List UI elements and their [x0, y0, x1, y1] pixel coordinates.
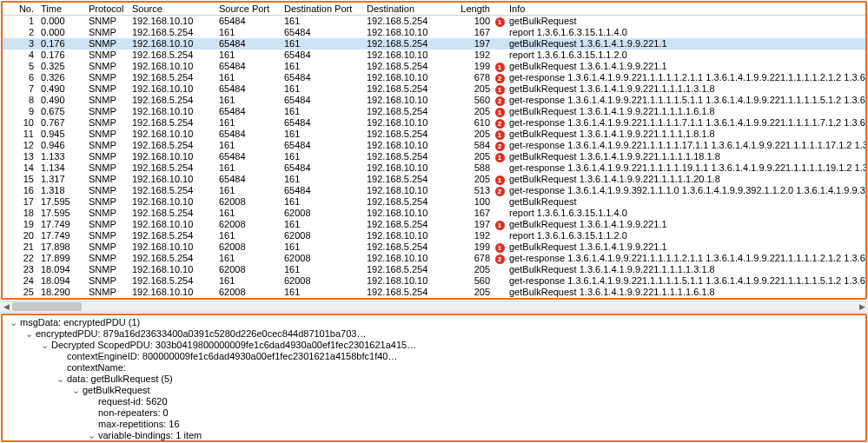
col-time[interactable]: Time — [37, 3, 85, 16]
tree-node[interactable]: ⌄1.3.6.1.4.1.9.9.221.1: Value (Null) — [6, 441, 862, 442]
expert-badge-icon: 2 — [495, 255, 505, 264]
table-row[interactable]: 2418.094SNMP192.168.5.25416162008192.168… — [3, 275, 865, 287]
table-row[interactable]: 90.675SNMP192.168.10.1065484161192.168.5… — [3, 106, 865, 117]
col-prot[interactable]: Protocol — [85, 3, 129, 16]
cell: 2 — [3, 27, 37, 38]
tree-node[interactable]: ⌄Decrypted ScopedPDU: 303b0419800000009f… — [6, 340, 862, 351]
table-row[interactable]: 100.767SNMP192.168.5.25416165484192.168.… — [3, 117, 865, 129]
cell: 17.898 — [37, 241, 85, 253]
cell: 192.168.5.254 — [129, 230, 215, 241]
tree-node[interactable]: ⌄data: getBulkRequest (5) — [6, 374, 862, 385]
tree-node[interactable]: contextEngineID: 800000009fe1c6dad4930a0… — [6, 351, 862, 362]
cell: 100 — [450, 196, 494, 208]
cell: 199 — [450, 61, 494, 72]
caret-down-icon[interactable]: ⌄ — [103, 441, 114, 442]
table-row[interactable]: 2117.898SNMP192.168.10.1062008161192.168… — [3, 241, 865, 253]
info-cell: getBulkRequest 1.3.6.1.4.1.9.9.221.1.1.1… — [506, 83, 865, 95]
cell: 62008 — [281, 275, 363, 287]
cell: SNMP — [85, 38, 129, 50]
table-row[interactable]: 30.176SNMP192.168.10.1065484161192.168.5… — [3, 38, 865, 50]
cell: 161 — [281, 83, 363, 95]
table-row[interactable]: 70.490SNMP192.168.10.1065484161192.168.5… — [3, 83, 865, 95]
table-row[interactable]: 120.946SNMP192.168.5.25416165484192.168.… — [3, 140, 865, 151]
tree-node[interactable]: non-repeaters: 0 — [6, 407, 862, 419]
expert-badge-cell — [494, 27, 506, 38]
cell: 192.168.5.254 — [363, 16, 450, 28]
table-row[interactable]: 60.326SNMP192.168.5.25416165484192.168.1… — [3, 72, 865, 83]
cell: 192.168.10.10 — [129, 83, 215, 95]
table-row[interactable]: 1917.749SNMP192.168.10.1062008161192.168… — [3, 219, 865, 230]
cell: 12 — [3, 140, 37, 151]
col-info[interactable]: Info — [506, 3, 865, 16]
table-row[interactable]: 50.325SNMP192.168.10.1065484161192.168.5… — [3, 61, 865, 72]
expert-badge-cell: 2 — [494, 185, 506, 196]
caret-down-icon[interactable]: ⌄ — [72, 385, 83, 396]
cell: 192.168.10.10 — [129, 61, 215, 72]
table-row[interactable]: 161.318SNMP192.168.5.25416165484192.168.… — [3, 185, 865, 196]
table-row[interactable]: 141.134SNMP192.168.5.25416165484192.168.… — [3, 162, 865, 174]
caret-down-icon[interactable]: ⌄ — [41, 340, 51, 351]
cell: 100 — [450, 16, 494, 28]
col-spo[interactable]: Source Port — [215, 3, 281, 16]
packet-list-pane: No. Time Protocol Source Source Port Des… — [1, 1, 867, 300]
cell: 192.168.10.10 — [129, 38, 215, 50]
cell: 65484 — [281, 117, 363, 129]
table-row[interactable]: 2518.290SNMP192.168.10.1062008161192.168… — [3, 287, 865, 298]
caret-down-icon[interactable]: ⌄ — [56, 374, 67, 385]
scroll-thumb[interactable] — [12, 302, 82, 311]
cell: SNMP — [85, 264, 129, 275]
tree-node[interactable]: ⌄getBulkRequest — [6, 385, 862, 396]
cell: 197 — [450, 219, 494, 230]
table-row[interactable]: 10.000SNMP192.168.10.1065484161192.168.5… — [3, 16, 865, 28]
col-no[interactable]: No. — [3, 3, 37, 16]
caret-down-icon[interactable]: ⌄ — [10, 317, 20, 328]
cell: SNMP — [85, 219, 129, 230]
table-row[interactable]: 2217.899SNMP192.168.5.25416162008192.168… — [3, 253, 865, 264]
scroll-right-icon[interactable]: ▶ — [856, 301, 868, 312]
tree-node[interactable]: ⌄encryptedPDU: 879a16d23633400a0391c5280… — [6, 328, 862, 340]
caret-down-icon[interactable]: ⌄ — [25, 328, 36, 340]
col-src[interactable]: Source — [129, 3, 215, 16]
cell: 0.675 — [37, 106, 85, 117]
cell: 192.168.10.10 — [129, 287, 215, 298]
tree-node[interactable]: request-id: 5620 — [6, 396, 862, 407]
scroll-track[interactable] — [12, 301, 856, 312]
packet-table: No. Time Protocol Source Source Port Des… — [3, 3, 865, 298]
cell: 192 — [450, 230, 494, 241]
cell: 4 — [3, 50, 37, 61]
cell: 192.168.10.10 — [129, 174, 215, 185]
table-row[interactable]: 1717.595SNMP192.168.10.1062008161192.168… — [3, 196, 865, 208]
table-row[interactable]: 151.317SNMP192.168.10.1065484161192.168.… — [3, 174, 865, 185]
cell: SNMP — [85, 174, 129, 185]
table-row[interactable]: 20.000SNMP192.168.5.25416165484192.168.1… — [3, 27, 865, 38]
cell: 65484 — [215, 151, 281, 162]
scroll-left-icon[interactable]: ◀ — [0, 301, 12, 312]
tree-label: non-repeaters: 0 — [98, 407, 169, 418]
cell: 0.490 — [37, 95, 85, 106]
col-len[interactable]: Length — [450, 3, 494, 16]
table-row[interactable]: 2318.094SNMP192.168.10.1062008161192.168… — [3, 264, 865, 275]
table-row[interactable]: 2017.749SNMP192.168.5.25416162008192.168… — [3, 230, 865, 241]
cell: 161 — [215, 95, 281, 106]
cell: 0.176 — [37, 50, 85, 61]
cell: 25 — [3, 287, 37, 298]
col-dpo[interactable]: Destination Port — [281, 3, 363, 16]
caret-down-icon[interactable]: ⌄ — [88, 430, 98, 441]
cell: 24 — [3, 275, 37, 287]
tree-node[interactable]: max-repetitions: 16 — [6, 419, 862, 430]
hscrollbar[interactable]: ◀ ▶ — [0, 301, 868, 313]
tree-label: data: getBulkRequest (5) — [67, 374, 173, 384]
tree-node[interactable]: ⌄variable-bindings: 1 item — [6, 430, 862, 441]
cell: 1 — [3, 16, 37, 28]
cell: 0.000 — [37, 27, 85, 38]
table-row[interactable]: 110.945SNMP192.168.10.1065484161192.168.… — [3, 129, 865, 140]
col-dst[interactable]: Destination — [363, 3, 450, 16]
table-row[interactable]: 80.490SNMP192.168.5.25416165484192.168.1… — [3, 95, 865, 106]
cell: 192.168.5.254 — [363, 196, 450, 208]
cell: 9 — [3, 106, 37, 117]
table-row[interactable]: 40.176SNMP192.168.5.25416165484192.168.1… — [3, 50, 865, 61]
table-row[interactable]: 1817.595SNMP192.168.5.25416162008192.168… — [3, 208, 865, 219]
table-row[interactable]: 131.133SNMP192.168.10.1065484161192.168.… — [3, 151, 865, 162]
tree-node[interactable]: contextName: — [6, 362, 862, 374]
tree-node[interactable]: ⌄msgData: encryptedPDU (1) — [6, 317, 862, 328]
